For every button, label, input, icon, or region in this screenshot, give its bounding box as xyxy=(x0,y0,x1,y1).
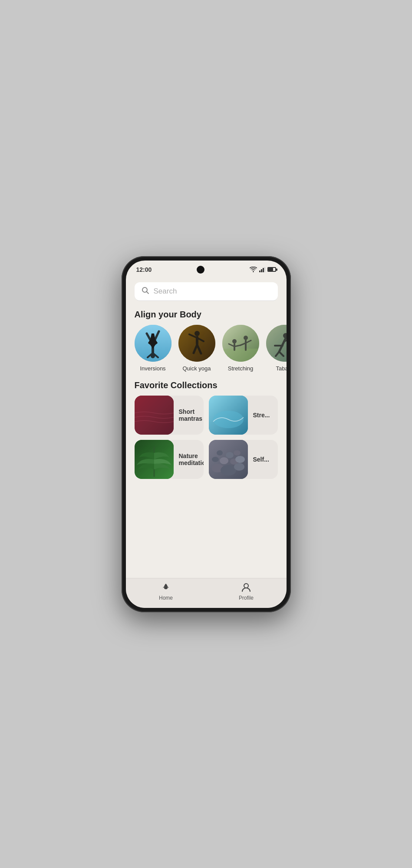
align-body-scroll[interactable]: Inversions xyxy=(126,325,287,379)
status-icons xyxy=(250,267,276,272)
signal-icon xyxy=(259,267,265,272)
svg-line-5 xyxy=(146,291,148,294)
thumb-self xyxy=(209,440,248,479)
bottom-nav: Home Profile xyxy=(126,578,287,608)
collection-label-self: Self... xyxy=(248,456,278,463)
collections-grid: Short mantras xyxy=(126,396,287,488)
collection-label-stretching: Stre... xyxy=(248,412,278,419)
align-circle-tabata xyxy=(266,325,287,362)
svg-point-55 xyxy=(244,584,248,588)
favorite-collections-title: Favorite Collections xyxy=(126,379,287,396)
status-bar: 12:00 xyxy=(126,261,287,275)
align-item-tabata[interactable]: Tabata xyxy=(266,325,287,372)
search-bar[interactable]: Search xyxy=(135,282,278,301)
phone-screen: 12:00 xyxy=(126,261,287,608)
status-time: 12:00 xyxy=(136,266,152,273)
align-label-inversions: Inversions xyxy=(140,365,165,372)
nav-item-profile[interactable]: Profile xyxy=(206,582,287,601)
svg-point-50 xyxy=(235,456,245,463)
svg-rect-38 xyxy=(135,396,174,435)
thumb-short-mantras xyxy=(135,396,174,435)
align-label-quick-yoga: Quick yoga xyxy=(182,365,211,372)
align-circle-stretching xyxy=(222,325,259,362)
collection-stretching[interactable]: Stre... xyxy=(209,396,278,435)
thumb-nature xyxy=(135,440,174,479)
search-placeholder: Search xyxy=(154,287,177,296)
svg-rect-2 xyxy=(263,268,264,272)
wifi-icon xyxy=(250,267,257,272)
svg-point-14 xyxy=(194,331,200,336)
align-body-title: Align your Body xyxy=(126,308,287,325)
scroll-content[interactable]: Search Align your Body xyxy=(126,275,287,578)
home-icon xyxy=(160,582,171,593)
align-item-stretching[interactable]: Stretching xyxy=(222,325,259,372)
align-item-quick-yoga[interactable]: Quick yoga xyxy=(178,325,215,372)
search-icon xyxy=(142,287,149,296)
align-circle-quick-yoga xyxy=(178,325,215,362)
nav-item-home[interactable]: Home xyxy=(126,582,206,601)
svg-rect-0 xyxy=(259,271,260,272)
battery-icon xyxy=(267,267,276,272)
align-label-stretching: Stretching xyxy=(228,365,254,372)
align-label-tabata: Tabata xyxy=(276,365,286,372)
collection-label-short-mantras: Short mantras xyxy=(174,408,204,422)
collection-self[interactable]: Self... xyxy=(209,440,278,479)
svg-point-52 xyxy=(217,450,223,455)
collection-nature-meditations[interactable]: Nature meditations xyxy=(135,440,204,479)
svg-rect-1 xyxy=(261,269,262,272)
camera-notch xyxy=(197,266,204,274)
svg-point-53 xyxy=(234,450,241,455)
svg-rect-21 xyxy=(222,349,259,362)
svg-point-54 xyxy=(164,587,168,589)
svg-point-47 xyxy=(220,457,228,464)
thumb-stretching-coll xyxy=(209,396,248,435)
nav-label-profile: Profile xyxy=(239,595,254,601)
nav-label-home: Home xyxy=(159,595,173,601)
profile-icon xyxy=(241,582,252,593)
align-item-inversions[interactable]: Inversions xyxy=(135,325,171,372)
svg-rect-3 xyxy=(264,267,265,272)
search-container: Search xyxy=(126,279,287,308)
phone-frame: 12:00 xyxy=(122,256,291,612)
align-circle-inversions xyxy=(135,325,171,362)
empty-space xyxy=(126,488,287,574)
svg-point-45 xyxy=(221,465,236,475)
svg-point-49 xyxy=(212,457,219,462)
collection-short-mantras[interactable]: Short mantras xyxy=(135,396,204,435)
collection-label-nature-meditations: Nature meditations xyxy=(174,452,204,466)
svg-point-51 xyxy=(226,452,234,458)
